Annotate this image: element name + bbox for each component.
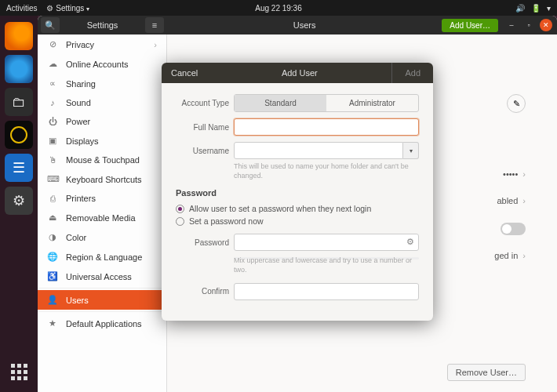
sidebar-item-label: Universal Access <box>66 272 132 281</box>
caret-down-icon: ▾ <box>410 147 413 154</box>
system-menu-caret[interactable]: ▾ <box>547 4 551 13</box>
sidebar-icon: ▣ <box>47 136 58 146</box>
activities-button[interactable]: Activities <box>6 4 37 13</box>
files-icon[interactable]: 🗀 <box>5 88 33 116</box>
hamburger-button[interactable]: ≡ <box>145 17 164 33</box>
sidebar-item-label: Online Accounts <box>66 60 129 69</box>
account-type-admin[interactable]: Administrator <box>326 95 418 111</box>
password-label: Password <box>176 238 229 247</box>
account-type-standard[interactable]: Standard <box>235 95 326 111</box>
sidebar-icon: ☁ <box>47 59 58 69</box>
close-button[interactable]: ✕ <box>540 19 552 31</box>
sidebar-item-label: Privacy <box>66 40 94 49</box>
generate-password-icon[interactable]: ⚙ <box>406 237 414 247</box>
sidebar-icon: ★ <box>47 318 58 328</box>
sidebar-icon: ⌨ <box>47 174 58 184</box>
sidebar-item-color[interactable]: ◑Color <box>38 227 166 247</box>
username-label: Username <box>176 147 229 155</box>
confirm-input[interactable] <box>234 283 419 300</box>
pencil-icon: ✎ <box>513 99 520 109</box>
sidebar-item-universal-access[interactable]: ♿Universal Access <box>38 267 166 286</box>
cancel-button[interactable]: Cancel <box>162 68 207 78</box>
radio-set-now[interactable]: Set a password now <box>176 215 419 227</box>
radio-icon <box>176 217 184 226</box>
sidebar-item-label: Removable Media <box>66 213 136 223</box>
sidebar-item-label: Printers <box>66 194 96 203</box>
sidebar-icon: ⊘ <box>47 39 58 49</box>
account-type-toggle: Standard Administrator <box>234 94 419 112</box>
password-section-label: Password <box>176 188 419 198</box>
password-hint: Mix uppercase and lowercase and try to u… <box>234 256 419 274</box>
top-panel: Activities ⚙ Settings Aug 22 19:36 🔊 🔋 ▾ <box>0 0 557 16</box>
app-menu[interactable]: ⚙ Settings <box>46 4 89 13</box>
settings-icon[interactable]: ⚙ <box>5 187 33 215</box>
remove-user-button[interactable]: Remove User… <box>447 364 526 381</box>
titlebar-right-title: Users <box>167 20 442 30</box>
sidebar-item-label: Keyboard Shortcuts <box>66 175 142 184</box>
rhythmbox-icon[interactable] <box>5 121 33 149</box>
fullname-label: Full Name <box>176 123 229 132</box>
add-user-dialog: Cancel Add User Add Account Type Standar… <box>162 63 433 321</box>
activity-value: ged in <box>494 251 518 260</box>
clock[interactable]: Aug 22 19:36 <box>255 4 302 13</box>
sidebar-item-mouse-touchpad[interactable]: 🖱Mouse & Touchpad <box>38 151 166 169</box>
dialog-title: Add User <box>207 68 391 78</box>
sidebar-icon: ⏏ <box>47 212 58 223</box>
thunderbird-icon[interactable] <box>5 55 33 83</box>
sidebar-icon: 🖱 <box>47 155 58 165</box>
sidebar-item-online-accounts[interactable]: ☁Online Accounts <box>38 54 166 74</box>
sidebar-item-users[interactable]: 👤Users <box>38 290 166 310</box>
show-applications-icon[interactable] <box>5 358 33 386</box>
confirm-label: Confirm <box>176 287 229 296</box>
sidebar-item-keyboard-shortcuts[interactable]: ⌨Keyboard Shortcuts <box>38 169 166 189</box>
username-input[interactable] <box>234 142 403 159</box>
search-button[interactable]: 🔍 <box>41 17 60 33</box>
toggle-switch[interactable] <box>501 223 526 235</box>
chevron-right-icon[interactable]: › <box>522 251 526 260</box>
username-dropdown[interactable]: ▾ <box>403 142 419 159</box>
radio-next-login[interactable]: Allow user to set a password when they n… <box>176 202 419 215</box>
search-icon: 🔍 <box>45 20 56 31</box>
volume-icon[interactable]: 🔊 <box>515 4 525 13</box>
sidebar-item-default-applications[interactable]: ★Default Applications <box>38 314 166 333</box>
chevron-right-icon[interactable]: › <box>522 196 526 205</box>
sidebar-item-power[interactable]: ⏻Power <box>38 112 166 131</box>
sidebar-icon: 👤 <box>47 295 58 305</box>
radio-icon <box>176 205 184 213</box>
username-hint: This will be used to name your home fold… <box>234 162 419 180</box>
sidebar-item-printers[interactable]: ⎙Printers <box>38 189 166 208</box>
titlebar-left-title: Settings <box>63 20 142 30</box>
sidebar-item-label: Mouse & Touchpad <box>66 155 140 165</box>
sidebar-item-removable-media[interactable]: ⏏Removable Media <box>38 208 166 227</box>
add-user-button[interactable]: Add User… <box>442 19 498 32</box>
sidebar-icon: ∝ <box>47 78 58 89</box>
sidebar-item-displays[interactable]: ▣Displays <box>38 131 166 151</box>
chevron-right-icon[interactable]: › <box>522 169 526 179</box>
autologin-value: abled <box>497 196 518 205</box>
firefox-icon[interactable] <box>5 22 33 50</box>
sidebar-icon: ⏻ <box>47 117 58 126</box>
sidebar-item-label: Power <box>66 117 90 126</box>
libreoffice-writer-icon[interactable]: ☰ <box>5 154 33 182</box>
sidebar-item-label: Sharing <box>66 79 96 89</box>
fullname-input[interactable] <box>234 118 419 136</box>
dock: 🗀 ☰ ⚙ <box>0 16 38 392</box>
minimize-button[interactable]: – <box>505 19 518 31</box>
battery-icon[interactable]: 🔋 <box>531 4 541 13</box>
password-input[interactable] <box>234 234 419 251</box>
sidebar-item-label: Default Applications <box>66 319 142 328</box>
edit-avatar-button[interactable]: ✎ <box>507 94 526 113</box>
sidebar-icon: ⎙ <box>47 194 58 203</box>
sidebar-item-privacy[interactable]: ⊘Privacy› <box>38 34 166 54</box>
account-type-label: Account Type <box>176 99 229 107</box>
sidebar-item-label: Color <box>66 233 86 242</box>
sidebar-item-sound[interactable]: ♪Sound <box>38 93 166 112</box>
gear-icon: ⚙ <box>46 4 53 13</box>
sidebar-item-region-language[interactable]: 🌐Region & Language <box>38 247 166 267</box>
sidebar: ⊘Privacy›☁Online Accounts∝Sharing♪Sound⏻… <box>38 34 167 392</box>
maximize-button[interactable]: ▫ <box>522 19 535 31</box>
sidebar-item-sharing[interactable]: ∝Sharing <box>38 74 166 93</box>
sidebar-icon: 🌐 <box>47 252 58 262</box>
sidebar-icon: ◑ <box>47 232 58 242</box>
password-value: ••••• <box>503 169 518 179</box>
